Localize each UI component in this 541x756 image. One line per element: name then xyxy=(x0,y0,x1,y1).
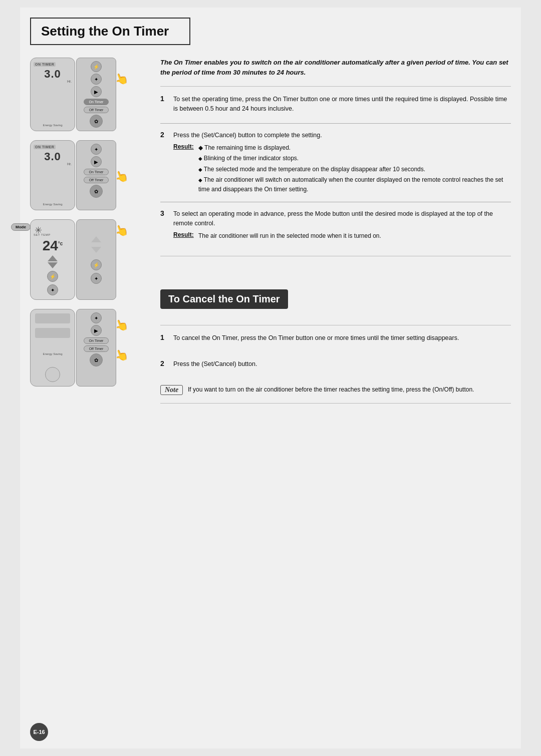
arrow-overlay-2: 👆 xyxy=(115,170,128,183)
page-title: Setting the On Timer xyxy=(41,24,179,39)
cancel-step-2-row: 2 Press the (Set/Cancel) button. xyxy=(160,359,511,369)
temp-up-arrow[interactable] xyxy=(48,255,58,261)
turbo-icon-3: ⚡ xyxy=(47,271,58,282)
step-3-number: 3 xyxy=(160,209,168,217)
step-3-row: 3 To select an operating mode in advance… xyxy=(160,209,511,229)
cancel-btn-1[interactable]: ✿ xyxy=(90,115,103,128)
step-3-result: Result: The air conditioner will run in … xyxy=(173,231,511,240)
bullet-item-4: The air conditioner will switch on autom… xyxy=(198,175,511,194)
cancel-step-1-row: 1 To cancel the On Timer, press the On T… xyxy=(160,333,511,343)
remote-side-1: ⚡ ✦ ▶ On Timer Off Timer ✿ xyxy=(76,58,116,131)
remote-body-3: ✳ SET TEMP 24°c ⚡ ✦ xyxy=(30,219,75,300)
page: Setting the On Timer ON TIMER 3.0 Hr. En… xyxy=(20,8,521,748)
step-2-section: 2 Press the (Set/Cancel) button to compl… xyxy=(160,131,511,202)
side-icon-3: ⚡ xyxy=(91,259,102,270)
side-fan-icon-3: ✦ xyxy=(91,273,102,284)
remote-illustration-1: ON TIMER 3.0 Hr. Energy Saving ⚡ ✦ ▶ On … xyxy=(30,58,145,131)
remote-illustration-3: ✳ SET TEMP 24°c ⚡ ✦ xyxy=(30,219,145,300)
fan-icon-3: ✦ xyxy=(47,284,58,295)
fan-icon-1: ✦ xyxy=(91,74,102,85)
bullet-item-3: The selected mode and the temperature on… xyxy=(198,165,511,174)
page-title-box: Setting the On Timer xyxy=(30,18,190,45)
cancel-btn-4[interactable]: ✿ xyxy=(90,353,103,366)
step-3-result-text: The air conditioner will run in the sele… xyxy=(198,231,381,240)
result-text-1: ◆ The remaining time is displayed. xyxy=(198,143,291,152)
result-label-row: Result: ◆ The remaining time is displaye… xyxy=(173,143,511,152)
on-timer-indicator-2: ON TIMER xyxy=(34,145,56,149)
cancel-step-2-number: 2 xyxy=(160,359,168,367)
page-number: E-16 xyxy=(30,723,48,741)
off-timer-btn-4[interactable]: Off Timer xyxy=(84,345,109,352)
energy-label-1: Energy Saving xyxy=(43,124,62,127)
divider-1 xyxy=(160,256,511,256)
step-2-result: Result: ◆ The remaining time is displaye… xyxy=(173,143,511,194)
step-3-result-label: Result: xyxy=(173,231,196,238)
mode-icon-4: ▶ xyxy=(91,325,102,336)
on-timer-btn-1[interactable]: On Timer xyxy=(84,99,109,105)
remote-illustration-4: Energy Saving ✦ ▶ On Timer Off Timer ✿ 👆 xyxy=(30,309,145,387)
fan-icon-2: ✦ xyxy=(91,144,102,155)
timer-sub-1: Hr. xyxy=(67,80,72,83)
cancel-step-1-section: 1 To cancel the On Timer, press the On T… xyxy=(160,333,511,352)
cancel-step-2-section: 2 Press the (Set/Cancel) button. xyxy=(160,359,511,378)
step-1-number: 1 xyxy=(160,95,168,103)
remote-side-3: ⚡ ✦ xyxy=(76,219,116,300)
bullet-list-2: Blinking of the timer indicator stops. T… xyxy=(198,154,511,194)
fan-icon-4: ✦ xyxy=(91,312,102,323)
side-up-arrow-3[interactable] xyxy=(91,236,101,242)
cancel-section-title: To Cancel the On Timer xyxy=(160,289,288,309)
off-timer-btn-1[interactable]: Off Timer xyxy=(84,107,109,113)
cancel-btn-2[interactable]: ✿ xyxy=(90,185,103,198)
step-2-number: 2 xyxy=(160,131,168,139)
on-timer-indicator-1: ON TIMER xyxy=(34,62,56,67)
timer-display-1: 3.0 xyxy=(44,69,61,80)
energy-label-2: Energy Saving xyxy=(43,203,62,206)
side-down-arrow-3[interactable] xyxy=(91,247,101,253)
step-1-row: 1 To set the operating time, press the O… xyxy=(160,95,511,114)
cancel-step-1-number: 1 xyxy=(160,333,168,341)
on-timer-btn-4[interactable]: On Timer xyxy=(84,337,109,344)
cancel-step-2-text: Press the (Set/Cancel) button. xyxy=(173,359,511,369)
result-label: Result: xyxy=(173,143,196,150)
step-2-text: Press the (Set/Cancel) button to complet… xyxy=(173,131,511,140)
divider-3 xyxy=(160,403,511,404)
off-timer-btn-2[interactable]: Off Timer xyxy=(84,177,109,183)
step-1-text: To set the operating time, press the On … xyxy=(173,95,511,114)
step-1-section: 1 To set the operating time, press the O… xyxy=(160,95,511,124)
remote-illustration-2: ON TIMER 3.0 Hr. Energy Saving ✦ ▶ On Ti… xyxy=(30,140,145,210)
arrow-overlay-3: 👆 xyxy=(115,224,128,237)
on-timer-btn-2[interactable]: On Timer xyxy=(84,169,109,175)
arrow-overlay-1: 👆 xyxy=(115,73,128,86)
mode-button-3[interactable]: Mode xyxy=(11,223,31,231)
timer-display-2: 3.0 xyxy=(44,151,61,162)
bullet-item-2: Blinking of the timer indicator stops. xyxy=(198,154,511,163)
energy-label-4: Energy Saving xyxy=(43,352,62,355)
mode-icon-1: ▶ xyxy=(91,86,102,97)
arrow-overlay-4-bot: 👆 xyxy=(115,349,128,362)
arrow-overlay-4-top: 👆 xyxy=(115,319,128,332)
text-column: The On Timer enables you to switch on th… xyxy=(155,58,511,412)
snowflake-icon-3: ✳ xyxy=(35,225,42,236)
remote-side-2: ✦ ▶ On Timer Off Timer ✿ xyxy=(76,140,116,210)
timer-sub-2: Hr. xyxy=(67,162,72,166)
illustration-column: ON TIMER 3.0 Hr. Energy Saving ⚡ ✦ ▶ On … xyxy=(30,58,145,412)
temp-display-3: 24°c xyxy=(43,239,63,253)
remote-body-1: ON TIMER 3.0 Hr. Energy Saving xyxy=(30,58,75,131)
step-3-result-row: Result: The air conditioner will run in … xyxy=(173,231,511,240)
remote-body-2: ON TIMER 3.0 Hr. Energy Saving xyxy=(30,140,75,210)
mode-icon-2: ▶ xyxy=(91,156,102,167)
step-3-section: 3 To select an operating mode in advance… xyxy=(160,209,511,248)
step-2-row: 2 Press the (Set/Cancel) button to compl… xyxy=(160,131,511,140)
step-3-text: To select an operating mode in advance, … xyxy=(173,209,511,229)
turbo-icon-1: ⚡ xyxy=(91,61,102,72)
remote-body-4: Energy Saving xyxy=(30,309,75,387)
note-label: Note xyxy=(160,385,183,395)
divider-2 xyxy=(160,325,511,325)
note-text: If you want to turn on the air condition… xyxy=(188,385,511,395)
temp-arrows-3 xyxy=(48,255,58,268)
divider-0 xyxy=(160,86,511,87)
temp-down-arrow[interactable] xyxy=(48,262,58,268)
remote-side-4: ✦ ▶ On Timer Off Timer ✿ xyxy=(76,309,116,387)
cancel-step-1-text: To cancel the On Timer, press the On Tim… xyxy=(173,333,511,343)
note-section: Note If you want to turn on the air cond… xyxy=(160,385,511,395)
